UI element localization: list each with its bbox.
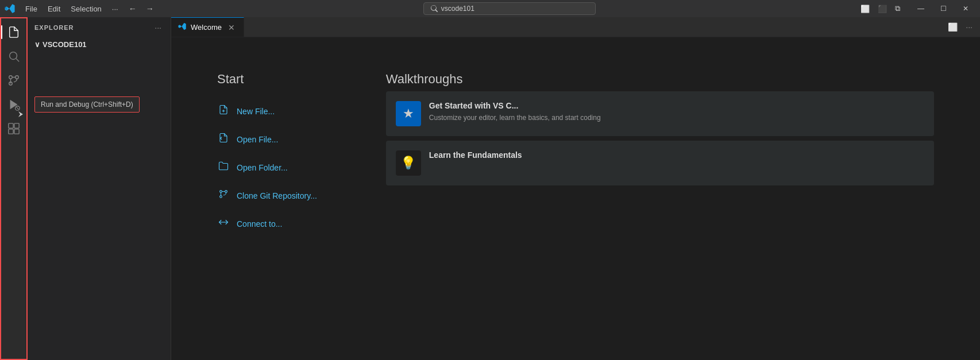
walkthrough-learn-fundamentals[interactable]: 💡 Learn the Fundamentals <box>386 141 934 185</box>
activity-bar: Run and Debug (Ctrl+Shift+D) <box>0 17 28 360</box>
tab-welcome[interactable]: Welcome ✕ <box>171 17 244 37</box>
titlebar-nav: ← → <box>125 2 157 15</box>
walkthrough-learn-text: Learn the Fundamentals <box>429 150 522 162</box>
restore-button[interactable]: ☐ <box>933 0 954 17</box>
sidebar-title: Explorer <box>34 24 74 31</box>
new-file-item[interactable]: New File... <box>217 103 317 119</box>
svg-rect-11 <box>14 129 19 134</box>
welcome-content: Start New File... <box>171 37 980 360</box>
folder-label: VSCODE101 <box>43 40 87 49</box>
svg-rect-8 <box>9 123 13 128</box>
editor-area: Welcome ✕ ⬜ ··· Start <box>171 17 980 360</box>
open-folder-icon <box>217 161 230 174</box>
menu-file[interactable]: File <box>21 3 42 15</box>
clone-git-item[interactable]: Clone Git Repository... <box>217 187 317 204</box>
svg-point-2 <box>9 76 13 79</box>
search-box[interactable]: vscode101 <box>423 2 596 15</box>
source-control-icon <box>7 74 20 87</box>
vscode-logo-icon <box>5 3 15 14</box>
star-icon: ★ <box>396 101 421 126</box>
search-icon <box>7 50 20 63</box>
open-file-icon <box>217 133 230 146</box>
vscode-tab-icon <box>178 22 186 32</box>
run-debug-icon <box>7 98 20 111</box>
svg-point-0 <box>10 52 17 60</box>
panel-layout-btn[interactable]: ⬜ <box>857 3 873 15</box>
sidebar: Explorer ··· ∨ VSCODE101 <box>28 17 171 360</box>
clone-git-icon <box>217 189 230 202</box>
walkthroughs-title: Walkthroughs <box>386 72 934 87</box>
split-layout-btn[interactable]: ⧉ <box>892 2 904 15</box>
clone-git-label: Clone Git Repository... <box>237 191 317 200</box>
bulb-icon: 💡 <box>396 150 421 176</box>
menu-more[interactable]: ··· <box>107 3 123 15</box>
sidebar-item-source-control[interactable] <box>2 69 25 92</box>
svg-rect-9 <box>14 123 19 128</box>
walkthroughs-section: Walkthroughs ★ Get Started with VS C... … <box>386 72 934 326</box>
tabbar-more-btn[interactable]: ··· <box>963 21 975 33</box>
sidebar-item-extensions[interactable] <box>2 117 25 140</box>
tab-close-button[interactable]: ✕ <box>226 23 237 32</box>
welcome-body: Start New File... <box>171 37 980 360</box>
sidebar-more-btn[interactable]: ··· <box>152 22 164 33</box>
layout-controls: ⬜ ⬛ ⧉ <box>857 2 904 15</box>
new-file-label: New File... <box>237 107 275 116</box>
close-button[interactable]: ✕ <box>956 0 975 17</box>
start-title: Start <box>217 72 317 87</box>
tabbar: Welcome ✕ ⬜ ··· <box>171 17 980 37</box>
sidebar-header-actions: ··· <box>152 22 164 33</box>
new-file-icon <box>217 104 230 118</box>
explorer-icon <box>7 26 20 38</box>
svg-point-15 <box>225 191 227 193</box>
titlebar: File Edit Selection ··· ← → vscode101 ⬜ … <box>0 0 980 17</box>
tabbar-right: ⬜ ··· <box>940 17 980 37</box>
svg-rect-10 <box>9 129 13 134</box>
connect-item[interactable]: Connect to... <box>217 215 317 232</box>
tab-label: Welcome <box>191 23 222 32</box>
main-area: Run and Debug (Ctrl+Shift+D) Explorer ··… <box>0 17 980 360</box>
titlebar-menu: File Edit Selection ··· <box>21 3 123 15</box>
walkthrough-get-started-desc: Customize your editor, learn the basics,… <box>429 113 601 123</box>
editor-layout-btn[interactable]: ⬛ <box>874 3 890 15</box>
svg-point-14 <box>220 191 222 193</box>
cursor-icon <box>18 111 23 117</box>
walkthrough-learn-title: Learn the Fundamentals <box>429 150 522 160</box>
nav-back-button[interactable]: ← <box>125 2 140 15</box>
sidebar-header: Explorer ··· <box>28 17 171 38</box>
menu-edit[interactable]: Edit <box>43 3 65 15</box>
menu-selection[interactable]: Selection <box>66 3 106 15</box>
svg-point-3 <box>16 76 19 79</box>
extensions-icon <box>7 122 20 135</box>
connect-label: Connect to... <box>237 219 282 229</box>
folder-arrow-icon: ∨ <box>34 40 40 49</box>
walkthrough-get-started-text: Get Started with VS C... Customize your … <box>429 101 601 123</box>
open-file-item[interactable]: Open File... <box>217 131 317 148</box>
split-editor-btn[interactable]: ⬜ <box>945 21 960 33</box>
search-icon <box>431 5 438 12</box>
sidebar-folder[interactable]: ∨ VSCODE101 <box>28 38 171 51</box>
open-folder-label: Open Folder... <box>237 163 288 172</box>
connect-icon <box>217 217 230 230</box>
svg-line-1 <box>16 59 19 61</box>
nav-forward-button[interactable]: → <box>142 2 157 15</box>
open-file-label: Open File... <box>237 135 278 144</box>
walkthrough-get-started[interactable]: ★ Get Started with VS C... Customize you… <box>386 91 934 136</box>
open-folder-item[interactable]: Open Folder... <box>217 159 317 176</box>
search-text: vscode101 <box>441 5 474 13</box>
titlebar-search: vscode101 <box>164 2 855 15</box>
sidebar-item-run-debug[interactable]: Run and Debug (Ctrl+Shift+D) <box>2 93 25 116</box>
sidebar-item-explorer[interactable] <box>2 21 25 44</box>
svg-point-16 <box>220 196 222 198</box>
minimize-button[interactable]: — <box>910 0 931 17</box>
start-section: Start New File... <box>217 72 317 326</box>
walkthrough-get-started-title: Get Started with VS C... <box>429 101 601 110</box>
sidebar-item-search[interactable] <box>2 45 25 68</box>
